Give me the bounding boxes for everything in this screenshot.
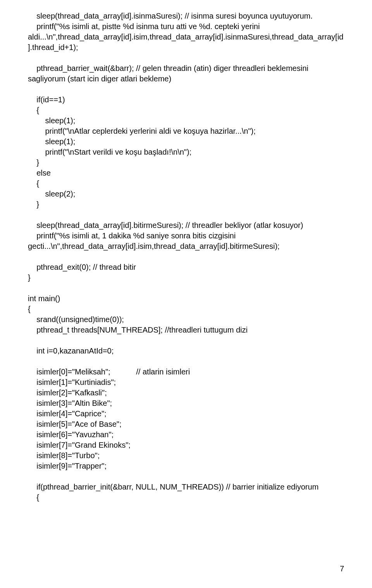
code-content: sleep(thread_data_array[id].isinmaSuresi… <box>28 11 344 503</box>
page-number: 7 <box>340 564 344 574</box>
